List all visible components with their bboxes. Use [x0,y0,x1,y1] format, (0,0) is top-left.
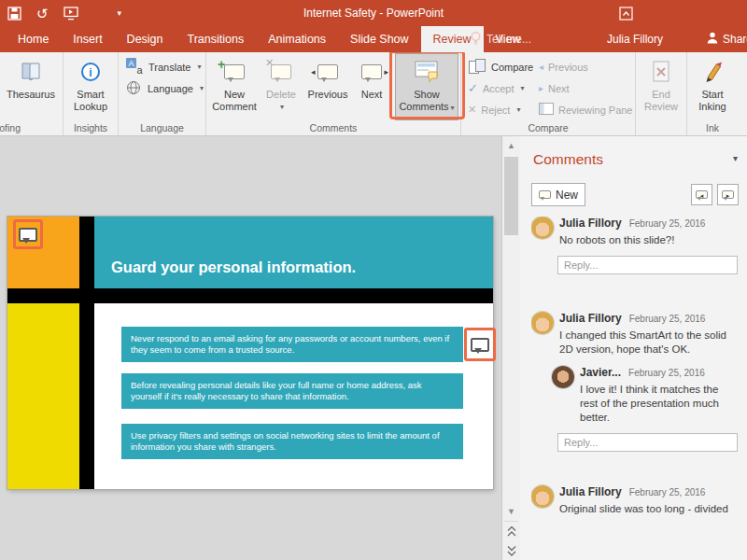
slide-canvas[interactable]: Guard your personal information. Never r… [7,217,493,489]
translate-button[interactable]: Aa Translate ▾ [121,57,207,77]
group-end-review: End Review [636,52,687,135]
previous-change-button[interactable]: ◂ Previous [535,57,632,77]
previous-slide-button[interactable] [502,522,520,540]
comment-marker-icon[interactable] [19,228,37,242]
comment-author: Julia Fillory [559,217,622,230]
group-label-compare: Compare [461,122,635,133]
tutorial-highlight-comment-marker-1 [13,219,43,249]
comment-thread-1[interactable]: Julia Fillory February 25, 2016 No robot… [531,217,738,274]
group-language: Aa Translate ▾ Language ▾ Language [119,52,206,135]
comment-marker-icon[interactable] [471,338,489,352]
tab-design[interactable]: Design [115,26,176,52]
next-arrow-icon: ▸ [539,84,543,93]
share-button[interactable]: Share [707,26,747,52]
comment-thread-3[interactable]: Julia Fillory February 25, 2016 Original… [531,485,738,516]
smart-lookup-button[interactable]: i Smart Lookup [66,54,115,119]
tell-me-box[interactable]: Tell me... [470,26,531,52]
compare-button[interactable]: Compare [464,57,535,77]
powerpoint-window: ↺ ▾ Internet Safety - PowerPoint Home In… [0,0,747,560]
avatar-javier [552,366,574,388]
tutorial-highlight-comment-marker-2 [464,328,496,361]
svg-text:A: A [128,59,134,68]
chevron-down-icon: ▾ [516,105,520,114]
group-insights: i Smart Lookup Insights [63,52,119,135]
chevron-down-icon: ▾ [197,63,201,71]
reply-input[interactable] [557,256,738,274]
previous-comment-ribbon-button[interactable]: ◂ Previous [303,54,353,119]
tab-transitions[interactable]: Transitions [176,26,257,52]
new-comment-icon: + [224,57,245,87]
slide-shape-black-horizontal-bar[interactable] [7,288,493,303]
comment-text: Original slide was too long - divided [559,502,729,516]
translate-icon: Aa [125,57,144,77]
window-title: Internet Safety - PowerPoint [0,0,747,26]
avatar-julia [531,217,554,239]
svg-text:a: a [136,64,143,76]
slide-textbox-3[interactable]: Use privacy filters and settings on soci… [121,424,463,459]
accept-check-icon: ✓ [468,82,478,94]
next-comment-ribbon-button[interactable]: ▸ Next [353,54,390,119]
comment-date: February 25, 2016 [629,314,706,324]
comment-text: I changed this SmartArt to the solid 2D … [559,329,729,357]
language-button[interactable]: Language ▾ [121,78,207,98]
next-comment-icon: ▸ [361,57,382,87]
group-compare: Compare ✓ Accept ▾ ✕ Reject ▾ ◂ Previous [461,52,636,135]
group-label-language: Language [119,122,205,133]
chevron-down-icon: ▾ [280,101,284,113]
next-change-button[interactable]: ▸ Next [535,78,632,98]
new-comment-button[interactable]: + New Comment [209,54,260,119]
svg-text:i: i [89,66,92,79]
scrollbar-thumb[interactable] [504,157,518,235]
slide-title-textbox[interactable]: Guard your personal information. [94,217,493,288]
smart-lookup-icon: i [79,57,102,87]
show-comments-button[interactable]: Show Comments▾ [396,54,458,119]
tab-animations[interactable]: Animations [256,26,338,52]
reply-input[interactable] [557,433,738,452]
thesaurus-button[interactable]: Thesaurus [7,54,55,119]
comment-reply[interactable]: Javier... February 25, 2016 I love it! I… [552,366,738,425]
reject-x-icon: ✕ [468,105,476,115]
start-inking-button[interactable]: Start Inking [690,54,735,119]
chevron-down-icon[interactable]: ▾ [733,153,738,163]
avatar-julia [531,485,554,508]
account-user-name[interactable]: Julia Fillory [607,26,663,52]
reject-button[interactable]: ✕ Reject ▾ [464,100,535,119]
new-comment-pane-button[interactable]: New [531,183,585,206]
group-proofing: Thesaurus Proofing [0,52,63,135]
reply-author: Javier... [580,366,621,379]
slide-shape-black-vertical-bar[interactable] [79,217,94,489]
slide-workspace[interactable]: Guard your personal information. Never r… [0,136,501,560]
next-slide-button[interactable] [502,541,520,560]
accept-button[interactable]: ✓ Accept ▾ [464,78,535,98]
avatar-julia [531,312,554,334]
comment-author: Julia Fillory [559,485,622,498]
reply-date: February 25, 2016 [628,368,705,378]
group-label-ink: Ink [687,122,738,133]
reviewing-pane-button[interactable]: Reviewing Pane [535,100,632,119]
scroll-up-button[interactable]: ▲ [502,136,520,155]
slide-textbox-1[interactable]: Never respond to an email asking for any… [121,327,463,362]
next-comment-button[interactable]: ▸ [717,184,739,205]
tab-home[interactable]: Home [6,26,61,52]
delete-comment-button[interactable]: ✕ Delete ▾ [260,54,303,119]
previous-arrow-icon: ◂ [539,63,543,72]
comment-thread-2[interactable]: Julia Fillory February 25, 2016 I change… [531,312,738,452]
scroll-down-button[interactable]: ▼ [502,502,520,521]
delete-comment-icon: ✕ [271,57,291,87]
pen-icon [701,57,724,87]
comments-pane-title: Comments [533,151,603,168]
end-review-button[interactable]: End Review [639,54,684,119]
ribbon-display-options-icon[interactable] [619,7,633,21]
person-icon [707,32,718,47]
previous-comment-button[interactable]: ◂ [691,184,712,205]
chevron-down-icon: ▾ [200,84,204,92]
group-ink: Start Inking Ink [687,52,738,135]
comment-date: February 25, 2016 [629,487,706,497]
tab-slide-show[interactable]: Slide Show [338,26,421,52]
previous-comment-icon: ◂ [317,57,338,87]
slide-scrollbar[interactable]: ▲ ▼ [501,136,520,560]
comment-author: Julia Fillory [559,312,622,325]
slide-shape-yellow-rect[interactable] [7,303,79,489]
tab-insert[interactable]: Insert [61,26,114,52]
slide-textbox-2[interactable]: Before revealing personal details like y… [121,373,463,409]
